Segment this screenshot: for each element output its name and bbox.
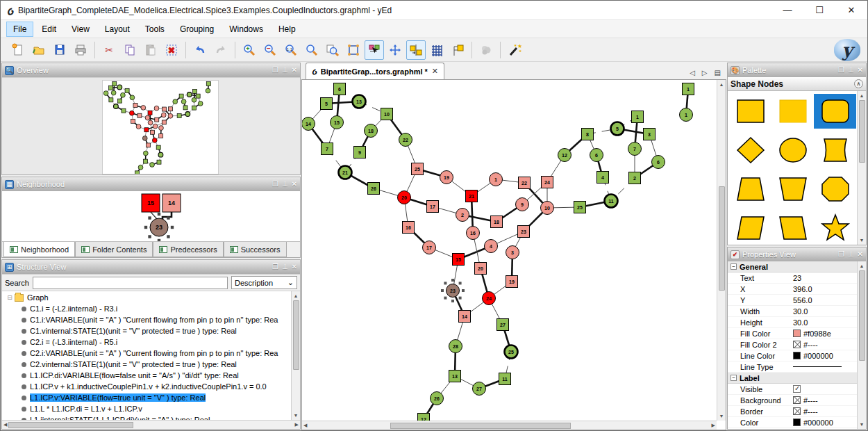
graph-node-3[interactable]: 3 bbox=[506, 246, 519, 259]
shape-parallelogram[interactable] bbox=[729, 211, 771, 245]
graph-node-27[interactable]: 27 bbox=[473, 382, 486, 396]
properties-header[interactable]: ✔ Properties View ❐⊥✕ bbox=[728, 247, 866, 261]
neighborhood-node-14[interactable]: 14 bbox=[162, 194, 181, 212]
property-text[interactable]: Text23 bbox=[728, 273, 866, 284]
shape-rectangle[interactable] bbox=[729, 94, 771, 129]
graph-node-26[interactable]: 26 bbox=[368, 183, 380, 195]
wizard-button[interactable]: ★★★ bbox=[505, 40, 524, 60]
graph-node-19[interactable]: 19 bbox=[506, 276, 518, 288]
document-tab[interactable]: ỽ BipartiteGrap...tors.graphml * ✕ bbox=[306, 63, 444, 79]
close-icon[interactable]: ✕ bbox=[292, 67, 297, 74]
tab-next-icon[interactable]: ▷ bbox=[702, 69, 708, 76]
tree-item[interactable]: C1.i = (-L2.iinternal) - R3.i bbox=[2, 303, 300, 314]
tree-expander[interactable]: ⊟ bbox=[5, 294, 15, 301]
graph-node-9[interactable]: 9 bbox=[516, 198, 529, 211]
float-icon[interactable]: ❐ bbox=[272, 181, 278, 188]
tab-predecessors[interactable]: Predecessors bbox=[153, 242, 223, 257]
graph-node-20[interactable]: 20 bbox=[398, 191, 411, 204]
collapse-icon[interactable]: − bbox=[731, 263, 737, 270]
graph-node-12[interactable]: 12 bbox=[558, 149, 571, 162]
property-fill-color[interactable]: Fill Color#f0988e bbox=[728, 328, 866, 339]
graph-node-6[interactable]: 6 bbox=[652, 156, 665, 169]
shape-ellipse[interactable] bbox=[771, 133, 814, 168]
property-background[interactable]: Background#---- bbox=[728, 395, 866, 406]
copy-button[interactable] bbox=[120, 40, 140, 60]
tree-root[interactable]: ⊟Graph bbox=[2, 292, 300, 303]
navigate-mode-button[interactable] bbox=[385, 40, 405, 60]
graph-node-18[interactable]: 18 bbox=[365, 124, 378, 138]
new-document-button[interactable] bbox=[8, 40, 28, 60]
undo-button[interactable] bbox=[190, 40, 210, 60]
selection-handle[interactable] bbox=[441, 289, 444, 292]
graph-node-15[interactable]: 15 bbox=[453, 254, 465, 266]
tab-successors[interactable]: Successors bbox=[224, 242, 287, 257]
tab-neighborhood[interactable]: Neighborhood bbox=[3, 242, 75, 257]
graph-node-4[interactable]: 4 bbox=[485, 240, 498, 253]
overview-header[interactable]: 🔍 Overview ❐⊥✕ bbox=[2, 63, 300, 77]
minimize-button[interactable]: — bbox=[771, 1, 803, 20]
graph-node-1[interactable]: 1 bbox=[683, 83, 694, 95]
structure-header[interactable]: ⊞ Structure View ❐⊥✕ bbox=[2, 260, 300, 274]
canvas-hscrollbar[interactable]: ◀▶ bbox=[302, 421, 717, 430]
graph-node-25[interactable]: 25 bbox=[412, 163, 424, 175]
tree-item[interactable]: C2.i = (-L3.iinternal) - R5.i bbox=[2, 336, 300, 348]
shape-star-5[interactable] bbox=[814, 211, 856, 245]
shape-diamond[interactable] bbox=[729, 133, 771, 168]
graph-node-3[interactable]: 3 bbox=[644, 129, 656, 140]
graph-node-10[interactable]: 10 bbox=[541, 202, 554, 215]
graph-node-7[interactable]: 7 bbox=[322, 143, 333, 155]
tree-item[interactable]: L1.ICP.di:VARIABLE(flow=false unit = "A/… bbox=[2, 370, 300, 381]
structure-vscrollbar[interactable]: ▲▼ bbox=[291, 291, 300, 420]
menu-grouping[interactable]: Grouping bbox=[173, 22, 221, 37]
graph-node-1[interactable]: 1 bbox=[490, 173, 503, 186]
graph-node-13[interactable]: 13 bbox=[449, 371, 461, 382]
shape-rectangle-3d[interactable] bbox=[771, 94, 814, 129]
menu-edit[interactable]: Edit bbox=[35, 22, 63, 37]
pin-icon[interactable]: ⊥ bbox=[282, 263, 288, 270]
graph-node-11[interactable]: 11 bbox=[605, 195, 618, 208]
graph-node-5[interactable]: 5 bbox=[611, 122, 624, 136]
properties-section-label[interactable]: −Label bbox=[728, 373, 866, 384]
cut-button[interactable]: ✂ bbox=[99, 40, 119, 60]
selection-handle[interactable] bbox=[462, 289, 465, 292]
graph-node-11[interactable]: 11 bbox=[499, 373, 511, 385]
edit-mode-button[interactable] bbox=[365, 40, 384, 60]
menu-file[interactable]: File bbox=[6, 22, 33, 37]
graph-node-18[interactable]: 18 bbox=[491, 216, 503, 228]
overview-thumbnail[interactable] bbox=[103, 81, 218, 174]
close-icon[interactable]: ✕ bbox=[292, 263, 297, 270]
selection-handle[interactable] bbox=[451, 300, 454, 302]
float-icon[interactable]: ❐ bbox=[272, 263, 278, 270]
shape-trapezoid[interactable] bbox=[729, 172, 771, 206]
zoom-area-button[interactable] bbox=[323, 40, 342, 60]
graph-node-14[interactable]: 14 bbox=[459, 311, 471, 323]
neighborhood-graph[interactable]: 151423 bbox=[2, 191, 300, 241]
tree-item[interactable]: L1.ICP.v + k1.inductiveCouplePin1.v + k2… bbox=[2, 381, 300, 392]
maximize-button[interactable]: ☐ bbox=[803, 1, 835, 20]
selection-handle[interactable] bbox=[444, 282, 446, 284]
tab-prev-icon[interactable]: ◁ bbox=[690, 69, 695, 76]
edge-label-button[interactable] bbox=[448, 40, 467, 60]
close-icon[interactable]: ✕ bbox=[858, 67, 863, 74]
description-dropdown[interactable]: Description⌄ bbox=[231, 276, 297, 289]
tree-item[interactable]: L1.ICP.v:VARIABLE(flow=true unit = "V" )… bbox=[2, 392, 300, 403]
canvas-vscrollbar[interactable]: ▲▼ bbox=[717, 80, 726, 421]
float-icon[interactable]: ❐ bbox=[838, 251, 844, 258]
snap-lines-button[interactable] bbox=[406, 40, 426, 60]
property-line-color[interactable]: Line Color#000000 bbox=[728, 350, 866, 361]
zoom-button[interactable] bbox=[302, 40, 322, 60]
tree-item[interactable]: L1.iinternal:STATE(1,L1.ICP.di)(unit = "… bbox=[2, 414, 300, 420]
graph-node-7[interactable]: 7 bbox=[628, 143, 642, 156]
shape-wave-rectangle[interactable] bbox=[814, 133, 856, 168]
graph-node-14[interactable]: 14 bbox=[302, 117, 315, 131]
graph-node-2[interactable]: 2 bbox=[629, 172, 641, 184]
shape-round-rectangle[interactable] bbox=[814, 94, 856, 129]
graph-node-5[interactable]: 5 bbox=[321, 98, 333, 110]
graph-node-26[interactable]: 26 bbox=[431, 392, 444, 405]
property-height[interactable]: Height30.0 bbox=[728, 317, 866, 328]
fit-content-button[interactable] bbox=[344, 40, 363, 60]
shape-octagon[interactable] bbox=[814, 172, 856, 206]
collapse-section-icon[interactable]: ∧ bbox=[854, 79, 863, 88]
graph-node-25[interactable]: 25 bbox=[505, 345, 518, 359]
graph-node-17[interactable]: 17 bbox=[423, 241, 436, 254]
